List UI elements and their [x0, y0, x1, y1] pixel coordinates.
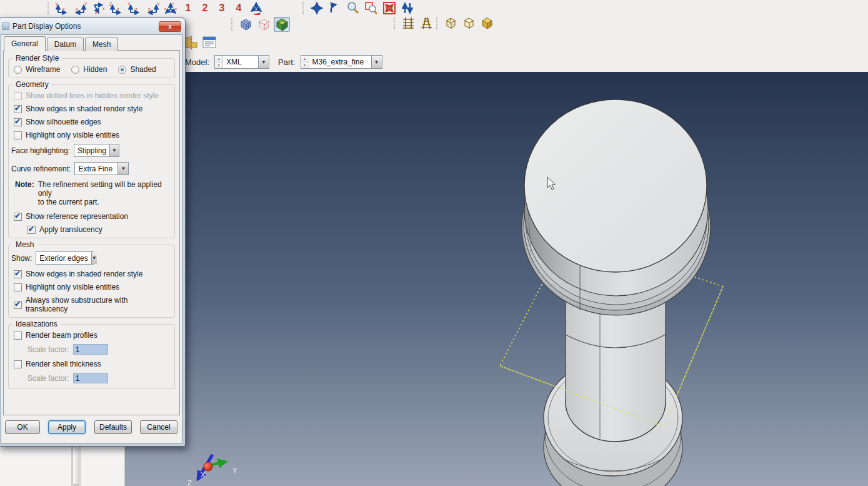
- fit-view-button[interactable]: [381, 1, 397, 16]
- checkbox-label: Apply translucency: [39, 225, 102, 234]
- part-combobox[interactable]: ▲▼ M36_extra_fine ▼: [301, 55, 382, 69]
- view-1-button[interactable]: 1: [181, 3, 196, 14]
- tab-general[interactable]: General: [4, 36, 46, 51]
- mesh-legend: Mesh: [12, 240, 37, 249]
- hidden-radio[interactable]: [71, 66, 79, 74]
- viewport[interactable]: X Y Z: [125, 72, 868, 486]
- checkbox-box[interactable]: [14, 301, 22, 309]
- checkbox-mesh-highlight-visible[interactable]: Highlight only visible entities: [14, 283, 171, 291]
- checkbox-apply-translucency[interactable]: Apply translucency: [27, 225, 171, 234]
- checkbox-box[interactable]: [14, 105, 22, 113]
- mesh-show-value: Exterior edges: [36, 252, 91, 264]
- pan-view-button[interactable]: [309, 1, 325, 16]
- model-combobox[interactable]: ▲▼ XML ▼: [214, 55, 269, 69]
- curve-refinement-combobox[interactable]: Extra Fine ▼: [74, 162, 129, 175]
- ok-button[interactable]: OK: [5, 420, 40, 434]
- view-left-button[interactable]: Yz: [126, 1, 142, 16]
- part-spinner[interactable]: ▲▼: [301, 56, 309, 68]
- render-style-legend: Render Style: [12, 54, 62, 63]
- curve-refinement-dropdown-button[interactable]: ▼: [117, 163, 128, 175]
- shaded-cube-icon: [479, 16, 495, 31]
- part-manager-button[interactable]: [201, 35, 217, 50]
- toolbar-grip[interactable]: [302, 2, 305, 14]
- checkbox-label: Highlight only visible entities: [26, 131, 119, 139]
- shaded-radio-label[interactable]: Shaded: [130, 65, 156, 74]
- auto-fit-icon: [382, 1, 397, 16]
- checkbox-box[interactable]: [14, 118, 22, 126]
- view-right-button[interactable]: Yz: [144, 1, 161, 16]
- hidden-line-cube-icon: [461, 16, 477, 31]
- checkbox-box[interactable]: [14, 131, 22, 139]
- tab-label: Datum: [54, 40, 76, 49]
- rotate-icon: [327, 1, 342, 16]
- checkbox-box[interactable]: [14, 283, 22, 291]
- toolbar-grip[interactable]: [47, 2, 50, 14]
- checkbox-substructure-translucency[interactable]: Always show substructure with translucen…: [14, 296, 171, 313]
- checkbox-render-beam-profiles[interactable]: Render beam profiles: [14, 331, 171, 340]
- dialog-titlebar[interactable]: Part Display Options x: [0, 18, 185, 34]
- checkbox-box[interactable]: [14, 270, 22, 278]
- mesh-show-dropdown-button[interactable]: ▼: [91, 252, 97, 264]
- view-2-button[interactable]: 2: [197, 3, 212, 14]
- cancel-button[interactable]: Cancel: [140, 420, 177, 434]
- view-back-button[interactable]: Yx: [72, 1, 88, 16]
- view-front-button[interactable]: Yx: [54, 1, 70, 16]
- face-highlighting-dropdown-button[interactable]: ▼: [109, 144, 119, 156]
- wireframe-render-button[interactable]: [442, 16, 459, 31]
- model-dropdown-button[interactable]: ▼: [258, 56, 269, 68]
- hidden-radio-label[interactable]: Hidden: [83, 65, 107, 74]
- wireframe-radio[interactable]: [14, 66, 22, 74]
- mesh-display-button[interactable]: [237, 17, 254, 32]
- magnify-view-button[interactable]: [345, 1, 361, 16]
- toolbar-grip[interactable]: [231, 18, 234, 31]
- apply-button[interactable]: Apply: [48, 420, 86, 434]
- part-dropdown-button[interactable]: ▼: [371, 56, 382, 68]
- svg-text:x: x: [175, 7, 177, 11]
- constraint-display-button[interactable]: [256, 17, 272, 32]
- defaults-button[interactable]: Defaults: [94, 420, 132, 434]
- checkbox-silhouette-edges[interactable]: Show silhouette edges: [14, 118, 171, 126]
- hiddenline-render-button[interactable]: [461, 16, 477, 31]
- shaded-radio[interactable]: [118, 66, 126, 74]
- view-3-button[interactable]: 3: [214, 3, 229, 14]
- parallel-projection-button[interactable]: [400, 16, 416, 31]
- view-iso-button[interactable]: Yxz: [162, 1, 179, 16]
- checkbox-mesh-edges-shaded[interactable]: Show edges in shaded render style: [14, 270, 171, 278]
- box-zoom-button[interactable]: [363, 1, 379, 16]
- wireframe-radio-label[interactable]: Wireframe: [26, 65, 60, 74]
- substructure-display-button[interactable]: [274, 17, 290, 32]
- toolbar-grip[interactable]: [394, 17, 396, 29]
- render-style-options: Wireframe Hidden Shaded: [14, 65, 171, 74]
- axes-right-icon: Yz: [145, 1, 160, 15]
- checkbox-geo-edges-shaded[interactable]: Show edges in shaded render style: [14, 104, 171, 113]
- checkbox-box[interactable]: [14, 360, 22, 368]
- model-spinner[interactable]: ▲▼: [215, 56, 223, 68]
- checkbox-geo-highlight-visible[interactable]: Highlight only visible entities: [14, 131, 171, 139]
- rotate-view-button[interactable]: [327, 1, 343, 16]
- perspective-projection-button[interactable]: [418, 16, 434, 31]
- svg-text:z: z: [95, 10, 97, 14]
- close-icon: x: [168, 23, 172, 30]
- shaded-render-button[interactable]: [479, 16, 495, 31]
- custom-view-button[interactable]: [248, 1, 264, 16]
- tab-datum[interactable]: Datum: [47, 38, 84, 51]
- checkbox-box[interactable]: [27, 226, 36, 234]
- view-4-button[interactable]: 4: [231, 3, 246, 14]
- checkbox-box[interactable]: [14, 332, 22, 340]
- cycle-views-button[interactable]: [399, 1, 416, 16]
- shell-scale-factor-field[interactable]: 1: [73, 373, 108, 383]
- close-button[interactable]: x: [159, 21, 181, 32]
- curve-refinement-label: Curve refinement:: [11, 165, 71, 173]
- view-top-button[interactable]: xz: [90, 1, 106, 16]
- note-line-1: The refinement setting will be applied o…: [38, 180, 171, 198]
- checkbox-reference-representation[interactable]: Show reference representation: [14, 212, 171, 221]
- toolbar-grip[interactable]: [436, 17, 439, 29]
- mesh-show-combobox[interactable]: Exterior edges ▼: [36, 251, 94, 265]
- checkbox-box[interactable]: [14, 213, 22, 221]
- display-states-toolbar: [231, 17, 290, 32]
- tab-mesh[interactable]: Mesh: [85, 38, 118, 51]
- checkbox-render-shell-thickness[interactable]: Render shell thickness: [14, 360, 171, 368]
- face-highlighting-combobox[interactable]: Stippling ▼: [74, 144, 119, 157]
- beam-scale-factor-field[interactable]: 1: [73, 344, 108, 355]
- view-bottom-button[interactable]: Zx: [108, 1, 124, 16]
